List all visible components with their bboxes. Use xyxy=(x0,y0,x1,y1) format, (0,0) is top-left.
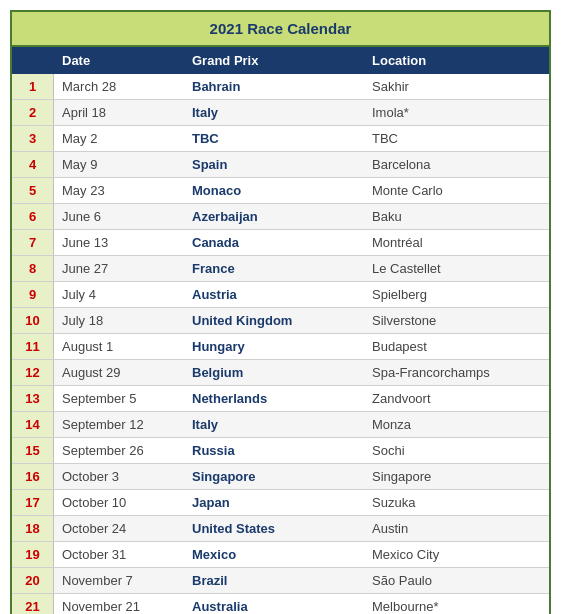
table-row: 21November 21AustraliaMelbourne* xyxy=(12,594,549,614)
row-num: 18 xyxy=(12,516,54,541)
row-date: October 31 xyxy=(54,542,184,567)
row-date: April 18 xyxy=(54,100,184,125)
row-location: São Paulo xyxy=(364,568,553,593)
row-num: 19 xyxy=(12,542,54,567)
table-row: 15September 26RussiaSochi xyxy=(12,438,549,464)
row-location: Le Castellet xyxy=(364,256,553,281)
table-row: 11August 1HungaryBudapest xyxy=(12,334,549,360)
table-row: 8June 27FranceLe Castellet xyxy=(12,256,549,282)
row-location: Sakhir xyxy=(364,74,553,99)
row-location: Silverstone xyxy=(364,308,553,333)
row-gp: United Kingdom xyxy=(184,308,364,333)
row-num: 21 xyxy=(12,594,54,614)
table-body: 1March 28BahrainSakhir2April 18ItalyImol… xyxy=(12,74,549,614)
row-num: 13 xyxy=(12,386,54,411)
row-date: July 4 xyxy=(54,282,184,307)
table-row: 9July 4AustriaSpielberg xyxy=(12,282,549,308)
row-date: November 7 xyxy=(54,568,184,593)
row-location: Monza xyxy=(364,412,553,437)
row-gp: Singapore xyxy=(184,464,364,489)
table-row: 16October 3SingaporeSingapore xyxy=(12,464,549,490)
row-num: 9 xyxy=(12,282,54,307)
row-gp: Spain xyxy=(184,152,364,177)
row-date: September 26 xyxy=(54,438,184,463)
row-gp: Japan xyxy=(184,490,364,515)
row-date: May 23 xyxy=(54,178,184,203)
row-num: 17 xyxy=(12,490,54,515)
row-gp: Hungary xyxy=(184,334,364,359)
row-location: Mexico City xyxy=(364,542,553,567)
row-location: Spielberg xyxy=(364,282,553,307)
row-date: September 12 xyxy=(54,412,184,437)
row-date: June 6 xyxy=(54,204,184,229)
row-gp: United States xyxy=(184,516,364,541)
row-location: Baku xyxy=(364,204,553,229)
row-location: Singapore xyxy=(364,464,553,489)
table-row: 17October 10JapanSuzuka xyxy=(12,490,549,516)
row-gp: Bahrain xyxy=(184,74,364,99)
row-location: Budapest xyxy=(364,334,553,359)
table-row: 12August 29BelgiumSpa-Francorchamps xyxy=(12,360,549,386)
row-num: 2 xyxy=(12,100,54,125)
table-row: 2April 18ItalyImola* xyxy=(12,100,549,126)
row-location: Zandvoort xyxy=(364,386,553,411)
row-location: Melbourne* xyxy=(364,594,553,614)
row-date: August 1 xyxy=(54,334,184,359)
row-gp: Italy xyxy=(184,412,364,437)
row-location: Barcelona xyxy=(364,152,553,177)
row-date: September 5 xyxy=(54,386,184,411)
row-location: Montréal xyxy=(364,230,553,255)
table-row: 7June 13CanadaMontréal xyxy=(12,230,549,256)
row-num: 12 xyxy=(12,360,54,385)
row-gp: TBC xyxy=(184,126,364,151)
header-gp: Grand Prix xyxy=(184,47,364,74)
row-date: June 27 xyxy=(54,256,184,281)
row-num: 5 xyxy=(12,178,54,203)
row-gp: Belgium xyxy=(184,360,364,385)
row-location: Suzuka xyxy=(364,490,553,515)
row-date: August 29 xyxy=(54,360,184,385)
row-num: 4 xyxy=(12,152,54,177)
table-row: 18October 24United StatesAustin xyxy=(12,516,549,542)
row-num: 15 xyxy=(12,438,54,463)
row-num: 8 xyxy=(12,256,54,281)
row-num: 1 xyxy=(12,74,54,99)
row-date: July 18 xyxy=(54,308,184,333)
row-date: May 9 xyxy=(54,152,184,177)
row-date: October 3 xyxy=(54,464,184,489)
row-location: Sochi xyxy=(364,438,553,463)
header-num xyxy=(12,47,54,74)
table-row: 20November 7BrazilSão Paulo xyxy=(12,568,549,594)
row-location: Spa-Francorchamps xyxy=(364,360,553,385)
header-location: Location xyxy=(364,47,553,74)
table-row: 6June 6AzerbaijanBaku xyxy=(12,204,549,230)
table-row: 4May 9SpainBarcelona xyxy=(12,152,549,178)
row-num: 16 xyxy=(12,464,54,489)
table-row: 1March 28BahrainSakhir xyxy=(12,74,549,100)
row-gp: Italy xyxy=(184,100,364,125)
row-location: Imola* xyxy=(364,100,553,125)
row-gp: Monaco xyxy=(184,178,364,203)
row-gp: Brazil xyxy=(184,568,364,593)
row-gp: Azerbaijan xyxy=(184,204,364,229)
row-num: 3 xyxy=(12,126,54,151)
table-row: 19October 31MexicoMexico City xyxy=(12,542,549,568)
row-gp: Mexico xyxy=(184,542,364,567)
row-num: 10 xyxy=(12,308,54,333)
row-gp: Austria xyxy=(184,282,364,307)
table-row: 5May 23MonacoMonte Carlo xyxy=(12,178,549,204)
row-date: May 2 xyxy=(54,126,184,151)
row-num: 14 xyxy=(12,412,54,437)
row-date: March 28 xyxy=(54,74,184,99)
row-location: TBC xyxy=(364,126,553,151)
row-gp: France xyxy=(184,256,364,281)
row-date: October 24 xyxy=(54,516,184,541)
row-location: Austin xyxy=(364,516,553,541)
row-gp: Netherlands xyxy=(184,386,364,411)
row-date: November 21 xyxy=(54,594,184,614)
table-row: 3May 2TBCTBC xyxy=(12,126,549,152)
table-header: Date Grand Prix Location xyxy=(12,47,549,74)
row-gp: Russia xyxy=(184,438,364,463)
table-row: 13September 5NetherlandsZandvoort xyxy=(12,386,549,412)
row-date: October 10 xyxy=(54,490,184,515)
